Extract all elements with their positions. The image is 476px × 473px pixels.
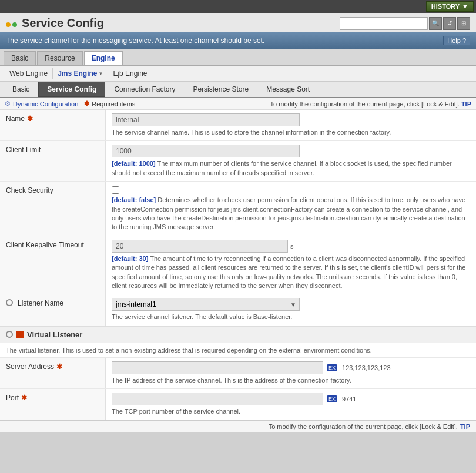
name-desc: The service channel name. This is used t… bbox=[112, 128, 470, 137]
search-area: 🔍 ↺ ⊞ bbox=[340, 17, 470, 30]
search-button[interactable]: 🔍 bbox=[429, 17, 442, 30]
dynamic-config-label: Dynamic Configuration bbox=[13, 100, 78, 108]
field-content-name: The service channel name. This is used t… bbox=[106, 110, 476, 140]
field-content-port: EX 9741 The TCP port number of the servi… bbox=[106, 389, 476, 420]
main-tabs: Basic Resource Engine bbox=[0, 49, 476, 66]
virtual-listener-header: Virtual Listener bbox=[0, 326, 476, 343]
field-label-listener-name: Listener Name bbox=[0, 294, 106, 325]
field-row-check-security: Check Security [default: false] Determin… bbox=[0, 182, 476, 236]
search-input[interactable] bbox=[340, 17, 428, 30]
port-desc: The TCP port number of the service chann… bbox=[112, 407, 470, 416]
listener-name-desc: The service channel listener. The defaul… bbox=[112, 313, 470, 321]
page-title: Service Config bbox=[22, 16, 104, 30]
field-label-server-address: Server Address ✱ bbox=[0, 358, 106, 388]
section-circle-icon bbox=[6, 331, 13, 338]
gear-icon: ⚙ bbox=[5, 100, 11, 108]
sub-nav-ejb-engine[interactable]: Ejb Engine bbox=[108, 68, 152, 79]
toolbar-left: ⚙ Dynamic Configuration ✱ Required items bbox=[5, 100, 135, 108]
check-security-desc: [default: false] Determines whether to c… bbox=[112, 196, 470, 232]
server-address-desc: The IP address of the service channel. T… bbox=[112, 376, 470, 385]
server-address-input-row: EX 123,123,123,123 bbox=[112, 361, 470, 374]
field-label-client-keepalive: Client Keepalive Timeout bbox=[0, 236, 106, 294]
jms-engine-dropdown-icon: ▼ bbox=[99, 71, 103, 76]
edit-tip-text: To modify the configuration of the curre… bbox=[270, 100, 460, 108]
help-button[interactable]: Help ? bbox=[443, 36, 470, 45]
bottom-edit-tip: To modify the configuration of the curre… bbox=[269, 423, 458, 430]
tab-resource[interactable]: Resource bbox=[37, 51, 82, 65]
radio-icon bbox=[6, 299, 13, 306]
dot-orange bbox=[6, 22, 11, 27]
history-button[interactable]: HISTORY ▼ bbox=[426, 1, 474, 12]
sub-nav-web-engine[interactable]: Web Engine bbox=[5, 68, 53, 79]
field-row-client-keepalive: Client Keepalive Timeout s [default: 30]… bbox=[0, 236, 476, 295]
sub-nav-jms-engine[interactable]: Jms Engine ▼ bbox=[53, 68, 108, 79]
client-keepalive-input[interactable] bbox=[112, 240, 288, 253]
required-star-name: ✱ bbox=[27, 115, 33, 123]
virtual-listener-title: Virtual Listener bbox=[27, 330, 82, 339]
dot-green bbox=[12, 22, 17, 27]
toolbar-right: To modify the configuration of the curre… bbox=[270, 100, 471, 108]
tab-basic[interactable]: Basic bbox=[4, 51, 36, 65]
sub-nav: Web Engine Jms Engine ▼ Ejb Engine bbox=[0, 66, 476, 82]
field-label-client-limit: Client Limit bbox=[0, 141, 106, 181]
port-input-row: EX 9741 bbox=[112, 393, 470, 405]
tip-label: TIP bbox=[461, 100, 471, 108]
tab-engine[interactable]: Engine bbox=[84, 51, 123, 65]
listener-name-select[interactable]: jms-internal1 bbox=[112, 298, 300, 311]
server-address-example: 123,123,123,123 bbox=[342, 364, 391, 371]
config-tabs: Basic Service Config Connection Factory … bbox=[0, 82, 476, 98]
client-limit-input[interactable] bbox=[112, 145, 300, 157]
page-header: Service Config 🔍 ↺ ⊞ bbox=[0, 13, 476, 32]
field-row-client-limit: Client Limit [default: 1000] The maximum… bbox=[0, 141, 476, 182]
bottom-tip-label: TIP bbox=[460, 423, 470, 430]
bottom-bar: To modify the configuration of the curre… bbox=[0, 420, 476, 432]
field-content-listener-name: jms-internal1 ▼ The service channel list… bbox=[106, 294, 476, 325]
port-input[interactable] bbox=[112, 393, 323, 405]
dropdown-arrow-icon: ▼ bbox=[462, 3, 468, 10]
info-bar: The service channel for the messaging se… bbox=[0, 32, 476, 49]
field-content-client-keepalive: s [default: 30] The amount of time to tr… bbox=[106, 236, 476, 294]
content-area: Name ✱ The service channel name. This is… bbox=[0, 110, 476, 420]
name-input[interactable] bbox=[112, 113, 300, 126]
client-limit-desc: [default: 1000] The maximum number of cl… bbox=[112, 159, 470, 177]
port-example: 9741 bbox=[342, 395, 356, 402]
config-tab-service-config[interactable]: Service Config bbox=[38, 82, 105, 97]
virtual-listener-desc: The virtual listener. This is used to se… bbox=[0, 343, 476, 358]
check-security-row bbox=[112, 185, 470, 194]
top-bar: HISTORY ▼ bbox=[0, 0, 476, 13]
listener-name-select-wrapper: jms-internal1 ▼ bbox=[112, 298, 300, 311]
field-label-port: Port ✱ bbox=[0, 389, 106, 420]
server-address-ex-badge: EX bbox=[327, 364, 337, 371]
field-content-server-address: EX 123,123,123,123 The IP address of the… bbox=[106, 358, 476, 388]
toolbar: ⚙ Dynamic Configuration ✱ Required items… bbox=[0, 98, 476, 110]
info-message: The service channel for the messaging se… bbox=[6, 36, 264, 45]
refresh-button[interactable]: ↺ bbox=[443, 17, 456, 30]
required-star-port: ✱ bbox=[21, 394, 27, 402]
required-items-label: Required items bbox=[92, 100, 135, 108]
server-address-input[interactable] bbox=[112, 361, 323, 374]
config-tab-connection-factory[interactable]: Connection Factory bbox=[105, 82, 184, 97]
dynamic-config-btn[interactable]: ⚙ Dynamic Configuration bbox=[5, 100, 78, 108]
port-ex-badge: EX bbox=[327, 395, 337, 402]
required-items: ✱ Required items bbox=[84, 100, 135, 108]
config-tab-message-sort[interactable]: Message Sort bbox=[257, 82, 319, 97]
required-star-server-address: ✱ bbox=[56, 363, 62, 371]
config-tab-persistence-store[interactable]: Persistence Store bbox=[184, 82, 257, 97]
config-tab-basic[interactable]: Basic bbox=[4, 82, 38, 97]
field-content-check-security: [default: false] Determines whether to c… bbox=[106, 182, 476, 236]
section-red-icon bbox=[16, 331, 24, 338]
history-label: HISTORY bbox=[431, 3, 460, 10]
check-security-checkbox[interactable] bbox=[112, 186, 119, 194]
keepalive-unit: s bbox=[290, 243, 294, 250]
asterisk-icon: ✱ bbox=[84, 100, 89, 108]
export-button[interactable]: ⊞ bbox=[457, 17, 470, 30]
field-row-name: Name ✱ The service channel name. This is… bbox=[0, 110, 476, 141]
field-label-name: Name ✱ bbox=[0, 110, 106, 140]
field-row-listener-name: Listener Name jms-internal1 ▼ The servic… bbox=[0, 294, 476, 326]
keepalive-desc: [default: 30] The amount of time to try … bbox=[112, 254, 470, 291]
keepalive-input-row: s bbox=[112, 240, 470, 253]
field-row-port: Port ✱ EX 9741 The TCP port number of th… bbox=[0, 389, 476, 420]
field-label-check-security: Check Security bbox=[0, 182, 106, 236]
field-content-client-limit: [default: 1000] The maximum number of cl… bbox=[106, 141, 476, 181]
field-row-server-address: Server Address ✱ EX 123,123,123,123 The … bbox=[0, 358, 476, 389]
